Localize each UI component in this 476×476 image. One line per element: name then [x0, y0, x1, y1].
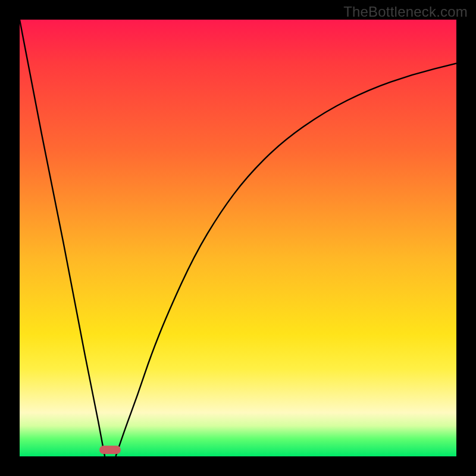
- bottleneck-curve: [20, 20, 456, 456]
- minimum-marker: [99, 446, 121, 454]
- curve-left-descent: [20, 20, 105, 456]
- attribution-text: TheBottleneck.com: [343, 4, 468, 20]
- plot-area: [20, 20, 456, 456]
- chart-frame: TheBottleneck.com: [0, 0, 476, 476]
- curve-right-ascent: [116, 63, 457, 456]
